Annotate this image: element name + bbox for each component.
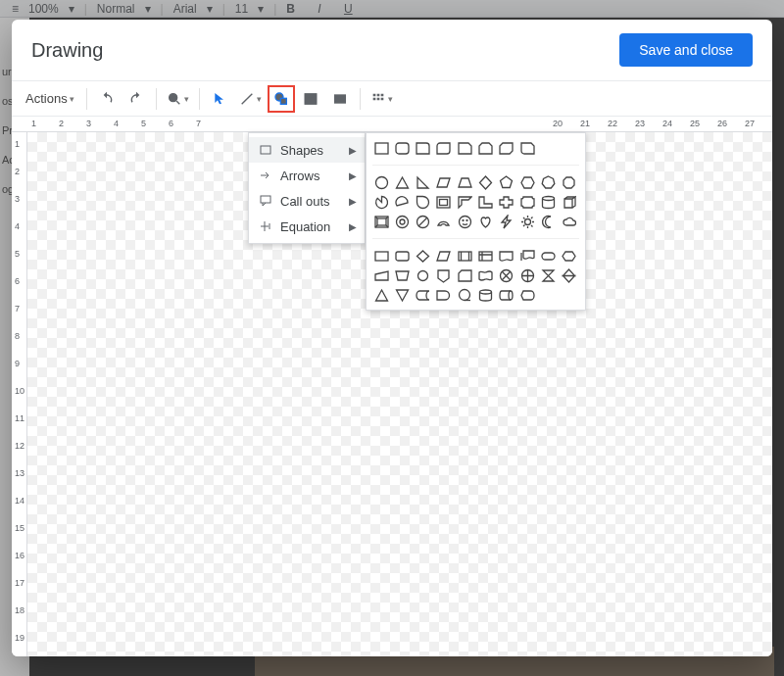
shape-snip1[interactable] — [456, 139, 473, 157]
shape-manual-in[interactable] — [372, 266, 390, 284]
arrow-icon — [259, 169, 272, 181]
shape-tape[interactable] — [476, 266, 494, 284]
shape-can[interactable] — [539, 193, 557, 211]
shape-predef[interactable] — [456, 247, 473, 265]
more-tool-button[interactable]: ▾ — [367, 85, 397, 113]
svg-rect-12 — [396, 143, 409, 154]
shape-collate[interactable] — [539, 266, 557, 284]
shape-rrect[interactable] — [393, 139, 411, 157]
shape-manual-op[interactable] — [393, 266, 411, 284]
shape-merge[interactable] — [393, 286, 411, 304]
shape-category-menu: Shapes▶Arrows▶Call outs▶Equation▶ — [248, 132, 366, 244]
shape-snip-round[interactable] — [518, 139, 536, 157]
shape-menu-call-outs[interactable]: Call outs▶ — [249, 188, 365, 214]
svg-point-20 — [400, 219, 405, 224]
drawing-toolbar: Actions▾ ▾ ▾ T ▾ — [12, 81, 772, 117]
svg-rect-9 — [261, 146, 270, 154]
shape-no[interactable] — [415, 213, 432, 230]
shape-prep[interactable] — [561, 247, 578, 265]
shape-pentagon[interactable] — [498, 173, 515, 191]
shape-rrect-single[interactable] — [415, 139, 432, 157]
shape-triangle[interactable] — [393, 173, 411, 191]
shape-heptagon[interactable] — [539, 173, 557, 191]
shape-frame[interactable] — [435, 193, 453, 211]
svg-rect-11 — [375, 143, 388, 154]
chevron-right-icon: ▶ — [349, 196, 357, 207]
shape-lightning[interactable] — [498, 213, 515, 230]
shape-diamond[interactable] — [476, 173, 494, 191]
shape-cube[interactable] — [561, 193, 578, 211]
shape-menu-arrows[interactable]: Arrows▶ — [249, 163, 365, 188]
shape-internal[interactable] — [476, 247, 494, 265]
equation-icon — [259, 220, 272, 232]
shape-pie[interactable] — [372, 193, 390, 211]
shape-rrect-diag[interactable] — [435, 139, 453, 157]
svg-point-8 — [336, 96, 338, 98]
shape-mag-disk[interactable] — [476, 286, 494, 304]
shape-sum[interactable] — [498, 266, 515, 284]
vertical-ruler: 1234567891011121314151617181920 — [12, 132, 27, 656]
shape-donut[interactable] — [393, 213, 411, 230]
shape-document[interactable] — [498, 247, 515, 265]
shape-rect[interactable] — [372, 139, 390, 157]
svg-point-19 — [396, 216, 408, 227]
shape-moon[interactable] — [539, 213, 557, 230]
shape-card[interactable] — [456, 266, 473, 284]
shape-decision[interactable] — [415, 247, 432, 265]
svg-text:T: T — [308, 94, 313, 103]
shape-snip2[interactable] — [476, 139, 494, 157]
shape-extract[interactable] — [372, 286, 390, 304]
shape-smiley[interactable] — [456, 213, 473, 230]
shape-tool-button[interactable] — [268, 85, 295, 113]
shape-teardrop[interactable] — [415, 193, 432, 211]
shape-or[interactable] — [518, 266, 536, 284]
shape-heart[interactable] — [476, 213, 494, 230]
svg-point-24 — [466, 219, 467, 220]
shape-offpage[interactable] — [435, 266, 453, 284]
shape-octagon[interactable] — [561, 173, 578, 191]
shape-data[interactable] — [435, 247, 453, 265]
zoom-button[interactable]: ▾ — [163, 85, 193, 113]
shape-rt-triangle[interactable] — [415, 173, 432, 191]
shape-circle[interactable] — [372, 173, 390, 191]
shape-trapezoid[interactable] — [456, 173, 473, 191]
shape-process[interactable] — [372, 247, 390, 265]
chevron-right-icon: ▶ — [349, 221, 357, 232]
shape-terminator[interactable] — [539, 247, 557, 265]
shape-seq-store[interactable] — [456, 286, 473, 304]
callout-icon — [259, 195, 272, 207]
shape-hexagon[interactable] — [518, 173, 536, 191]
shape-store[interactable] — [415, 286, 432, 304]
shape-delay[interactable] — [435, 286, 453, 304]
shape-connector[interactable] — [415, 266, 432, 284]
shape-block-arc[interactable] — [435, 213, 453, 230]
shape-display[interactable] — [518, 286, 536, 304]
undo-button[interactable] — [93, 85, 121, 113]
textbox-tool-button[interactable]: T — [297, 85, 324, 113]
shape-half-frame[interactable] — [456, 193, 473, 211]
shape-l-shape[interactable] — [476, 193, 494, 211]
svg-point-25 — [524, 218, 530, 224]
shape-cross[interactable] — [498, 193, 515, 211]
drawing-canvas[interactable]: Shapes▶Arrows▶Call outs▶Equation▶ — [27, 132, 772, 656]
image-tool-button[interactable] — [326, 85, 354, 113]
select-tool-button[interactable] — [206, 85, 233, 113]
shape-cloud[interactable] — [561, 213, 578, 230]
shape-sort[interactable] — [561, 266, 578, 284]
redo-button[interactable] — [122, 85, 150, 113]
shape-snip-diag[interactable] — [498, 139, 515, 157]
shape-alt-process[interactable] — [393, 247, 411, 265]
shape-direct[interactable] — [498, 286, 515, 304]
save-and-close-button[interactable]: Save and close — [619, 33, 753, 67]
shape-sun[interactable] — [518, 213, 536, 230]
shape-menu-equation[interactable]: Equation▶ — [249, 214, 365, 239]
shape-chord[interactable] — [393, 193, 411, 211]
dialog-title: Drawing — [31, 39, 103, 62]
shape-multidoc[interactable] — [518, 247, 536, 265]
shape-bevel[interactable] — [372, 213, 390, 230]
shape-parallelogram[interactable] — [435, 173, 453, 191]
shape-menu-shapes[interactable]: Shapes▶ — [249, 137, 365, 163]
line-tool-button[interactable]: ▾ — [235, 85, 266, 113]
shape-plaque[interactable] — [518, 193, 536, 211]
actions-menu-button[interactable]: Actions▾ — [20, 85, 80, 113]
